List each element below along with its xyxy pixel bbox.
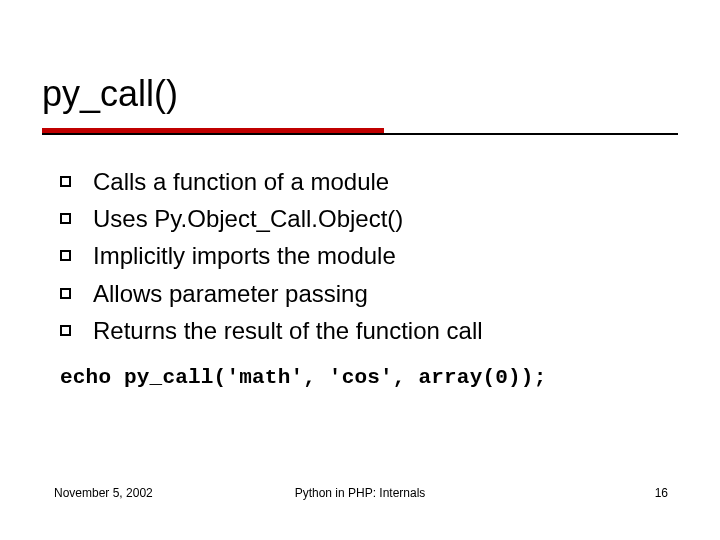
content-area: Calls a function of a module Uses Py.Obj… bbox=[60, 166, 680, 352]
list-item: Implicitly imports the module bbox=[60, 240, 680, 271]
bullet-text: Calls a function of a module bbox=[93, 166, 389, 197]
footer-title: Python in PHP: Internals bbox=[0, 486, 720, 500]
code-sample: echo py_call('math', 'cos', array(0)); bbox=[60, 366, 546, 389]
square-bullet-icon bbox=[60, 213, 71, 224]
bullet-text: Implicitly imports the module bbox=[93, 240, 396, 271]
bullet-text: Uses Py.Object_Call.Object() bbox=[93, 203, 403, 234]
list-item: Allows parameter passing bbox=[60, 278, 680, 309]
square-bullet-icon bbox=[60, 176, 71, 187]
title-underline-thin bbox=[42, 133, 678, 135]
title-block: py_call() bbox=[42, 74, 678, 114]
square-bullet-icon bbox=[60, 288, 71, 299]
list-item: Uses Py.Object_Call.Object() bbox=[60, 203, 680, 234]
list-item: Calls a function of a module bbox=[60, 166, 680, 197]
slide-title: py_call() bbox=[42, 74, 678, 114]
bullet-text: Allows parameter passing bbox=[93, 278, 368, 309]
footer: November 5, 2002 Python in PHP: Internal… bbox=[0, 486, 720, 506]
slide: py_call() Calls a function of a module U… bbox=[0, 0, 720, 540]
footer-page-number: 16 bbox=[655, 486, 668, 500]
list-item: Returns the result of the function call bbox=[60, 315, 680, 346]
bullet-text: Returns the result of the function call bbox=[93, 315, 483, 346]
bullet-list: Calls a function of a module Uses Py.Obj… bbox=[60, 166, 680, 346]
square-bullet-icon bbox=[60, 250, 71, 261]
square-bullet-icon bbox=[60, 325, 71, 336]
